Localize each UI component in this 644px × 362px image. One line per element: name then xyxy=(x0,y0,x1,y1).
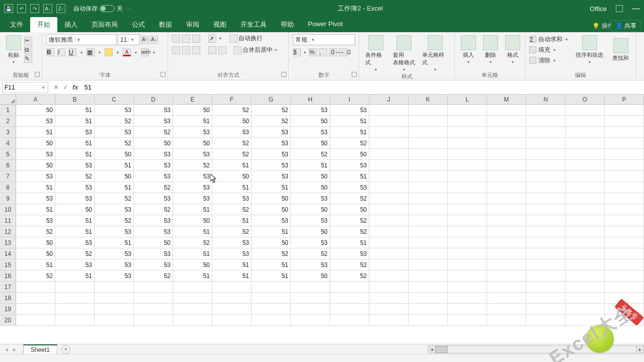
cell[interactable]: 51 xyxy=(212,160,252,171)
sheet-nav-right-icon[interactable]: ▸ xyxy=(11,346,18,353)
cell[interactable]: 53 xyxy=(330,182,369,193)
cell[interactable]: 53 xyxy=(173,171,212,182)
cell[interactable] xyxy=(173,304,212,315)
select-all-corner[interactable] xyxy=(0,95,16,105)
border-icon[interactable]: ▦ xyxy=(87,48,95,56)
cell[interactable] xyxy=(409,204,448,215)
cell[interactable]: 53 xyxy=(16,149,55,160)
cell[interactable] xyxy=(605,282,644,293)
cell[interactable] xyxy=(487,182,526,193)
cell[interactable]: 53 xyxy=(330,160,369,171)
cell[interactable] xyxy=(526,127,566,138)
cell[interactable] xyxy=(134,315,173,326)
cell[interactable]: 53 xyxy=(212,248,252,259)
row-header[interactable]: 1 xyxy=(0,105,16,116)
cell[interactable] xyxy=(605,270,644,282)
cell[interactable] xyxy=(369,215,409,226)
cell[interactable]: 53 xyxy=(212,127,252,138)
cell[interactable]: 53 xyxy=(16,116,55,127)
cell[interactable]: 53 xyxy=(291,237,330,248)
column-header[interactable]: E xyxy=(173,95,212,105)
cell[interactable]: 52 xyxy=(330,270,369,282)
find-select-button[interactable]: 查找和 xyxy=(610,37,631,63)
cell[interactable]: 51 xyxy=(330,171,369,182)
cell[interactable] xyxy=(55,282,95,293)
chevron-down-icon[interactable]: ▾ xyxy=(552,58,556,63)
cell[interactable] xyxy=(487,160,526,171)
qat-customize-icon[interactable]: ▾ xyxy=(127,7,131,11)
cell[interactable]: 53 xyxy=(95,259,134,270)
cut-icon[interactable]: ✂ xyxy=(24,37,32,45)
cell[interactable] xyxy=(448,138,487,149)
cell[interactable] xyxy=(95,282,134,293)
cell[interactable]: 53 xyxy=(134,171,173,182)
dialog-launcher-icon[interactable] xyxy=(160,72,166,77)
chevron-down-icon[interactable]: ▾ xyxy=(40,85,47,90)
cell[interactable]: 52 xyxy=(134,270,173,282)
column-header[interactable]: F xyxy=(212,95,252,105)
undo-icon[interactable]: ↶ xyxy=(17,4,26,13)
cell[interactable]: 51 xyxy=(55,105,95,116)
cell[interactable]: 51 xyxy=(55,149,95,160)
cell[interactable] xyxy=(448,226,487,237)
cell[interactable]: 50 xyxy=(134,237,173,248)
percent-icon[interactable]: % xyxy=(309,48,317,56)
cell[interactable]: 53 xyxy=(134,105,173,116)
chevron-down-icon[interactable]: ▾ xyxy=(512,60,514,64)
font-size-dropdown[interactable]: 11 ▾ xyxy=(118,34,140,45)
cell[interactable]: 51 xyxy=(212,215,252,226)
cell[interactable]: 52 xyxy=(212,226,252,237)
cell[interactable] xyxy=(291,304,330,315)
cell[interactable]: 50 xyxy=(252,193,291,204)
cell[interactable]: 50 xyxy=(291,138,330,149)
cell[interactable]: 53 xyxy=(55,193,95,204)
cell[interactable] xyxy=(173,293,212,304)
cell[interactable]: 52 xyxy=(330,193,369,204)
cell[interactable]: 53 xyxy=(252,160,291,171)
cell[interactable] xyxy=(95,304,134,315)
cell[interactable] xyxy=(605,149,644,160)
chevron-down-icon[interactable]: ▾ xyxy=(552,48,556,52)
cell[interactable] xyxy=(605,215,644,226)
column-header[interactable]: C xyxy=(95,95,134,105)
cell[interactable] xyxy=(605,105,644,116)
sheet-nav-left-icon[interactable]: ◂ xyxy=(3,346,10,353)
chevron-down-icon[interactable]: ▾ xyxy=(98,50,102,55)
cell[interactable] xyxy=(605,237,644,248)
align-left-icon[interactable] xyxy=(172,46,180,54)
format-painter-icon[interactable]: ✎ xyxy=(24,55,32,63)
cell[interactable] xyxy=(369,315,409,326)
cell[interactable]: 53 xyxy=(95,226,134,237)
cell[interactable] xyxy=(487,116,526,127)
cell[interactable]: 53 xyxy=(212,237,252,248)
cell[interactable]: 51 xyxy=(55,116,95,127)
cell[interactable]: 51 xyxy=(173,116,212,127)
cell[interactable] xyxy=(369,259,409,270)
chevron-down-icon[interactable]: ▾ xyxy=(13,60,15,64)
cell[interactable]: 53 xyxy=(291,193,330,204)
copy-icon[interactable]: ⧉ xyxy=(24,46,32,54)
cell[interactable]: 53 xyxy=(173,193,212,204)
cell[interactable]: 53 xyxy=(55,182,95,193)
merge-center-button[interactable]: 合并后居中 ▾ xyxy=(233,46,278,54)
cell[interactable] xyxy=(487,226,526,237)
chevron-down-icon[interactable]: ▾ xyxy=(274,48,278,52)
tab-视图[interactable]: 视图 xyxy=(206,17,233,32)
cell[interactable]: 52 xyxy=(95,138,134,149)
tab-数据[interactable]: 数据 xyxy=(152,17,179,32)
cell[interactable]: 53 xyxy=(55,127,95,138)
align-middle-icon[interactable] xyxy=(182,35,190,43)
cell[interactable] xyxy=(212,282,252,293)
cell[interactable]: 50 xyxy=(16,105,55,116)
cell[interactable]: 50 xyxy=(291,226,330,237)
increase-decimal-icon[interactable]: .0→ xyxy=(329,48,337,56)
cell[interactable] xyxy=(409,193,448,204)
cell[interactable] xyxy=(369,182,409,193)
cell[interactable] xyxy=(16,315,55,326)
tab-审阅[interactable]: 审阅 xyxy=(179,17,206,32)
align-top-icon[interactable] xyxy=(172,35,180,43)
insert-cells-button[interactable]: 插入▾ xyxy=(459,34,478,65)
cells-area[interactable]: 5051535350525253535351525351505250515153… xyxy=(16,105,644,326)
cell[interactable]: 51 xyxy=(16,259,55,270)
number-format-dropdown[interactable]: 常规 ▾ xyxy=(293,34,355,45)
